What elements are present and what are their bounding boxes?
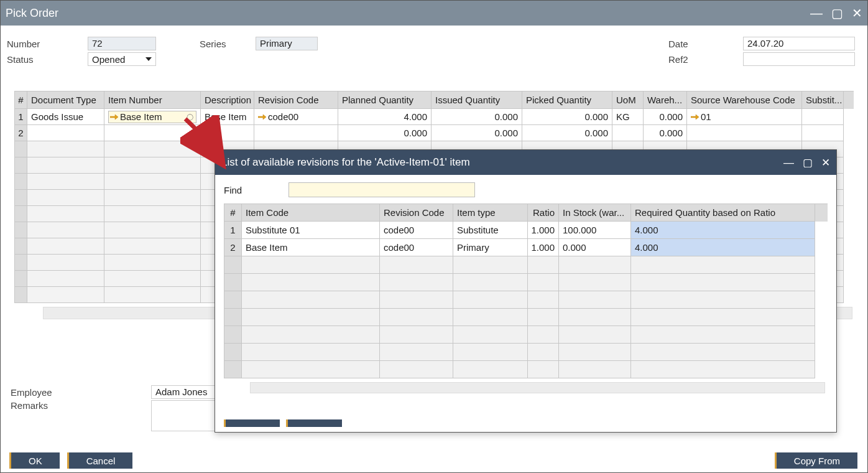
header-col-left: Number 72 Status Opened — [7, 37, 156, 66]
cell-issued[interactable]: 0.000 — [432, 125, 522, 141]
popup-grid-row-empty — [224, 326, 828, 344]
copy-from-button[interactable]: Copy From — [775, 452, 857, 469]
link-arrow-icon[interactable] — [691, 114, 699, 120]
cell-wareh[interactable]: 0.000 — [644, 109, 687, 125]
header-area: Number 72 Status Opened Series Primary D… — [1, 26, 867, 72]
cell-planned[interactable]: 0.000 — [338, 125, 432, 141]
pcell-ratio: 1.000 — [528, 239, 559, 256]
col-uom[interactable]: UoM — [612, 91, 644, 109]
button-bar: OK Cancel — [9, 452, 132, 469]
cell-doctype[interactable] — [27, 125, 104, 141]
col-doctype[interactable]: Document Type — [27, 91, 104, 109]
pcell-type: Primary — [453, 239, 528, 256]
pcell-stock: 0.000 — [559, 239, 631, 256]
minimize-icon[interactable]: — — [783, 157, 794, 168]
popup-title-text: List of available revisions for the 'Act… — [221, 156, 470, 169]
pcell-req: 4.000 — [631, 239, 815, 256]
col-rownum[interactable]: # — [15, 91, 27, 109]
popup-grid-hscrollbar[interactable] — [250, 382, 825, 393]
find-input[interactable] — [289, 182, 475, 197]
popup-grid-row-empty — [224, 344, 828, 361]
col-revcode[interactable]: Revision Code — [254, 91, 338, 109]
col-issued[interactable]: Issued Quantity — [432, 91, 522, 109]
popup-grid-row-empty — [224, 309, 828, 326]
link-arrow-icon[interactable] — [258, 114, 267, 120]
ref2-field[interactable] — [743, 52, 855, 66]
header-col-mid: Series Primary — [200, 37, 318, 66]
cell-picked[interactable]: 0.000 — [522, 125, 612, 141]
cell-srcwh[interactable]: 01 — [687, 109, 802, 125]
cell-srcwh[interactable] — [687, 125, 802, 141]
col-descr[interactable]: Description — [201, 91, 254, 109]
cell-wareh[interactable]: 0.000 — [644, 125, 687, 141]
popup-titlebar: List of available revisions for the 'Act… — [215, 150, 836, 175]
cell-revcode[interactable] — [254, 125, 338, 141]
col-planned[interactable]: Planned Quantity — [338, 91, 432, 109]
pcell-code: Substitute 01 — [242, 222, 380, 239]
pcol-reqqty[interactable]: Required Quantity based on Ratio — [631, 204, 815, 222]
pcol-revcode[interactable]: Revision Code — [380, 204, 453, 222]
pcol-ratio[interactable]: Ratio — [528, 204, 559, 222]
cell-planned[interactable]: 4.000 — [338, 109, 432, 125]
close-icon[interactable]: ✕ — [852, 7, 862, 19]
cell-subst[interactable] — [802, 125, 844, 141]
col-subst[interactable]: Substit... — [802, 91, 844, 109]
cell-uom[interactable]: KG — [612, 109, 644, 125]
revisions-popup: List of available revisions for the 'Act… — [215, 149, 837, 433]
cell-doctype[interactable]: Goods Issue — [27, 109, 104, 125]
grid-row[interactable]: 2 0.000 0.000 0.000 0.000 — [15, 125, 854, 141]
popup-find-row: Find — [215, 175, 836, 204]
maximize-icon[interactable]: ▢ — [831, 7, 843, 19]
popup-grid-row-empty — [224, 256, 828, 274]
pcol-itemcode[interactable]: Item Code — [242, 204, 380, 222]
cell-rownum: 1 — [15, 109, 27, 125]
number-field[interactable]: 72 — [88, 37, 156, 50]
minimize-icon[interactable]: — — [810, 7, 823, 19]
cell-rownum: 2 — [15, 125, 27, 141]
ok-button[interactable]: OK — [9, 452, 60, 469]
pcell-stock: 100.000 — [559, 222, 631, 239]
pcell-ratio: 1.000 — [528, 222, 559, 239]
link-arrow-icon[interactable] — [110, 114, 119, 120]
pcell-type: Substitute — [453, 222, 528, 239]
col-wareh[interactable]: Wareh... — [644, 91, 687, 109]
popup-button-bar — [224, 419, 342, 427]
popup-grid-row[interactable]: 1 Substitute 01 code00 Substitute 1.000 … — [224, 222, 828, 239]
header-col-right: Date 24.07.20 Ref2 — [668, 37, 855, 66]
pcol-instock[interactable]: In Stock (war... — [559, 204, 631, 222]
status-dropdown[interactable]: Opened — [88, 52, 156, 66]
series-field[interactable]: Primary — [256, 37, 318, 50]
col-picked[interactable]: Picked Quantity — [522, 91, 612, 109]
grid-header-row: # Document Type Item Number Description … — [15, 91, 854, 109]
status-label: Status — [7, 54, 88, 65]
maximize-icon[interactable]: ▢ — [803, 157, 813, 168]
pcol-itemtype[interactable]: Item type — [453, 204, 528, 222]
employee-label: Employee — [11, 387, 151, 398]
cell-subst[interactable] — [802, 109, 844, 125]
pcol-rownum[interactable]: # — [224, 204, 242, 222]
ref2-label: Ref2 — [668, 54, 743, 65]
revisions-grid[interactable]: # Item Code Revision Code Item type Rati… — [224, 204, 828, 378]
popup-grid-row[interactable]: 2 Base Item code00 Primary 1.000 0.000 4… — [224, 239, 828, 256]
cell-picked[interactable]: 0.000 — [522, 109, 612, 125]
find-label: Find — [224, 185, 284, 195]
date-field[interactable]: 24.07.20 — [743, 37, 855, 50]
pcell-code: Base Item — [242, 239, 380, 256]
cell-issued[interactable]: 0.000 — [432, 109, 522, 125]
close-icon[interactable]: ✕ — [821, 157, 830, 168]
popup-button-1[interactable] — [224, 419, 280, 427]
col-itemno[interactable]: Item Number — [104, 91, 201, 109]
popup-grid-row-empty — [224, 274, 828, 291]
pcell-rownum: 1 — [224, 222, 242, 239]
col-srcwh[interactable]: Source Warehouse Code — [687, 91, 802, 109]
grid-row[interactable]: 1 Goods Issue Base Item ◯ Base Item code… — [15, 109, 854, 125]
cell-revcode[interactable]: code00 — [254, 109, 338, 125]
popup-grid-header: # Item Code Revision Code Item type Rati… — [224, 204, 828, 222]
pcell-rev: code00 — [380, 239, 453, 256]
popup-button-2[interactable] — [286, 419, 342, 427]
cell-uom[interactable] — [612, 125, 644, 141]
cancel-button[interactable]: Cancel — [67, 452, 133, 469]
series-label: Series — [200, 39, 256, 49]
date-label: Date — [668, 39, 743, 49]
remarks-label: Remarks — [11, 400, 151, 411]
